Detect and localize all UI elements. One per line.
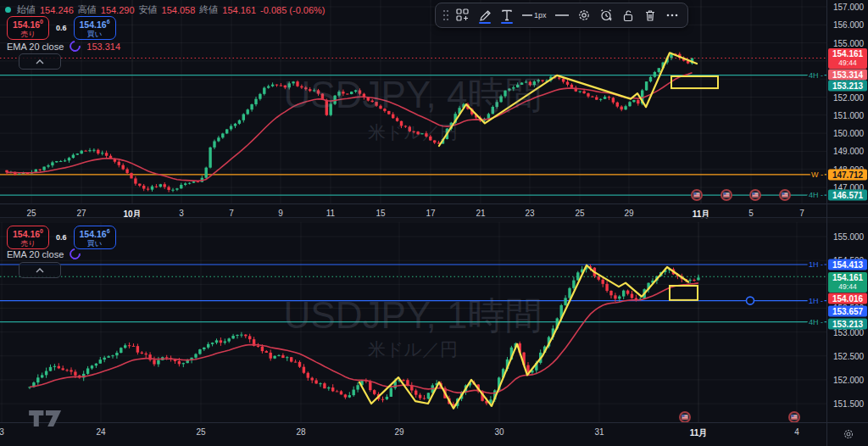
collapse-panel-button-1h[interactable]	[19, 262, 61, 278]
candle-body	[288, 83, 291, 87]
candle-body	[70, 370, 72, 371]
candle-body	[354, 90, 357, 92]
zigzag-drawing[interactable]	[439, 53, 697, 146]
chevron-up-icon	[36, 59, 44, 64]
candle-body	[608, 97, 610, 98]
panel-splitter[interactable]	[0, 217, 868, 223]
candle-body	[221, 133, 224, 137]
candle-body	[323, 383, 326, 388]
ema-line[interactable]	[30, 283, 698, 393]
candle-body	[400, 121, 403, 126]
candle-body	[616, 103, 619, 107]
economic-event-us-flag-icon[interactable]	[680, 412, 690, 422]
candle-body	[281, 355, 284, 358]
economic-event-us-flag-icon[interactable]	[789, 412, 799, 422]
candle-body	[101, 153, 103, 153]
price-axis[interactable]: 157.000156.000155.000154.000153.000152.0…	[826, 0, 868, 446]
layout-grid-plus-icon[interactable]	[453, 6, 472, 25]
loading-spinner-icon	[68, 246, 83, 261]
level-timeframe-tag: 4H -	[809, 191, 823, 199]
candle-body	[284, 86, 287, 88]
candle-body	[47, 165, 49, 167]
chart-canvas-4h[interactable]: 4H -W -4H -	[0, 0, 826, 203]
price-axis-label: 151.500	[833, 399, 864, 409]
candle-body	[36, 377, 39, 382]
candle-body	[153, 360, 155, 364]
candle-body	[128, 345, 131, 346]
chart-canvas-1h[interactable]: 1H -1H -4H -	[0, 222, 826, 422]
candle-body	[259, 94, 261, 99]
trash-icon[interactable]	[641, 6, 659, 25]
candle-body	[58, 366, 60, 369]
candle-body	[688, 280, 691, 281]
candle-body	[159, 184, 162, 187]
price-axis-label: 152.000	[833, 375, 864, 384]
time-axis-label: 25	[196, 427, 205, 437]
candle-body	[420, 133, 423, 134]
line-style-selector[interactable]	[553, 6, 571, 25]
candle-body	[167, 187, 170, 190]
indicator-legend-4h[interactable]: EMA 20 close 153.314	[7, 41, 120, 52]
price-badge: 147.712	[828, 170, 867, 181]
candle-body	[303, 367, 305, 373]
time-axis-label: 4	[794, 427, 799, 437]
indicator-legend-1h[interactable]: EMA 20 close	[7, 248, 81, 259]
sell-button[interactable]: 154.160 売り	[7, 226, 49, 249]
candle-body	[512, 87, 515, 88]
buy-button[interactable]: 154.166 買い	[74, 226, 116, 249]
ohlc-bar: 始値154.246 高値154.290 安値154.058 終値154.161 …	[5, 3, 326, 16]
candle-body	[203, 348, 205, 349]
candle-body	[65, 370, 68, 371]
pencil-icon[interactable]	[476, 6, 494, 25]
candle-body	[654, 72, 656, 77]
ema-line[interactable]	[7, 73, 693, 181]
price-badge: 154.413	[828, 259, 867, 270]
candle-body	[186, 360, 189, 363]
candle-body	[296, 81, 298, 86]
axis-settings-gear-icon[interactable]	[843, 428, 854, 440]
candle-body	[404, 125, 407, 126]
drawing-anchor-handle[interactable]	[747, 297, 754, 304]
buy-button[interactable]: 154.166 買い	[74, 16, 116, 40]
candle-body	[304, 87, 307, 89]
lock-open-icon[interactable]	[619, 6, 637, 25]
time-axis-4h[interactable]: 252710月3791115172123252911月57	[0, 203, 868, 217]
candle-body	[587, 93, 589, 97]
collapse-panel-button-4h[interactable]	[19, 53, 61, 70]
candle-body	[261, 347, 264, 351]
candle-body	[496, 102, 498, 107]
price-axis-label: 152.000	[833, 92, 864, 102]
sell-button[interactable]: 154.160 売り	[7, 16, 49, 40]
candle-body	[151, 187, 153, 190]
economic-event-us-flag-icon[interactable]	[750, 190, 760, 200]
zigzag-drawing[interactable]	[359, 265, 688, 409]
time-axis-label: 31	[594, 427, 604, 437]
candle-body	[337, 92, 340, 96]
line-width-selector[interactable]: 1px	[520, 11, 549, 20]
settings-gear-icon[interactable]	[575, 6, 593, 25]
candle-body	[392, 114, 394, 119]
candle-body	[508, 89, 510, 91]
text-tool-icon[interactable]	[498, 6, 516, 25]
level-timeframe-tag: W -	[811, 170, 823, 179]
candle-body	[311, 378, 314, 381]
candle-body	[371, 101, 374, 103]
economic-event-us-flag-icon[interactable]	[692, 190, 702, 200]
time-axis-1h[interactable]: 324252829303111月4	[0, 422, 868, 446]
economic-event-us-flag-icon[interactable]	[721, 190, 732, 200]
close-value: 154.161	[222, 5, 256, 15]
candle-body	[336, 391, 338, 392]
candle-body	[209, 148, 211, 168]
economic-event-us-flag-icon[interactable]	[780, 190, 790, 200]
alarm-clock-plus-icon[interactable]	[597, 6, 615, 25]
toolbar-drag-handle[interactable]	[442, 6, 450, 25]
candle-body	[72, 155, 75, 159]
rectangle-drawing[interactable]	[670, 286, 698, 300]
candle-body	[240, 335, 242, 336]
candle-body	[171, 190, 174, 191]
drawing-toolbar: 1px	[435, 3, 688, 28]
more-options-icon[interactable]	[663, 6, 682, 25]
candle-body	[386, 397, 388, 399]
candle-body	[265, 351, 268, 353]
tradingview-logo[interactable]	[29, 410, 63, 430]
